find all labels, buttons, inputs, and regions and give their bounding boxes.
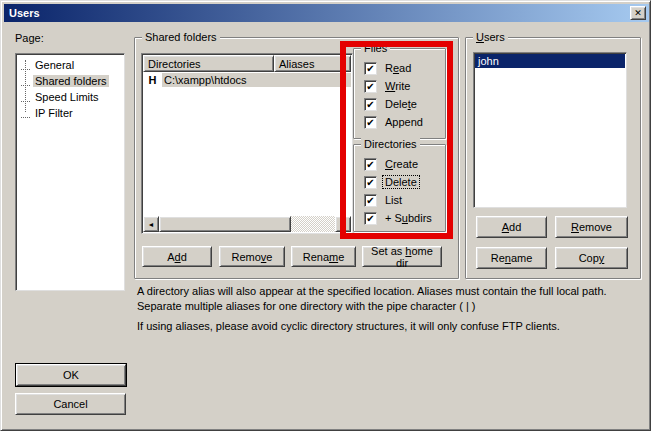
rename-user-button[interactable]: Rename [476, 247, 547, 269]
check-icon: ✔ [366, 99, 374, 110]
checkbox-label: + Subdirs [383, 212, 434, 224]
checkbox-label: Delete [383, 98, 419, 110]
titlebar[interactable]: Users ✕ [4, 4, 649, 22]
sidebar-item-speed-limits[interactable]: Speed Limits [16, 89, 124, 105]
ok-button[interactable]: OK [16, 364, 126, 386]
users-dialog: Users ✕ Page: General Shared folders Spe… [0, 0, 651, 431]
checkbox-label: List [383, 194, 404, 206]
checkbox-label: Delete [383, 176, 419, 188]
column-header-directories[interactable]: Directories [143, 55, 274, 72]
check-icon: ✔ [366, 159, 374, 170]
home-flag: H [143, 74, 162, 86]
checkbox-box[interactable]: ✔ [364, 176, 377, 189]
close-button[interactable]: ✕ [630, 6, 646, 20]
check-icon: ✔ [366, 117, 374, 128]
checkbox-box[interactable]: ✔ [364, 62, 377, 75]
scrollbar-track[interactable] [291, 216, 335, 232]
directories-group-label: Directories [361, 138, 420, 150]
user-list-item[interactable]: john [475, 54, 625, 68]
directories-group: Directories ✔ Create ✔ Delete ✔ List ✔ +… [353, 144, 446, 232]
sidebar-item-ip-filter[interactable]: IP Filter [16, 105, 124, 121]
tree-branch-icon [21, 77, 30, 86]
checkbox-files-write[interactable]: ✔ Write [364, 77, 445, 95]
checkbox-dirs-delete[interactable]: ✔ Delete [364, 173, 445, 191]
cancel-button[interactable]: Cancel [15, 393, 126, 415]
shared-folders-group-label: Shared folders [142, 31, 220, 43]
horizontal-scrollbar[interactable]: ◄ ► [143, 216, 351, 232]
alias-help-text: A directory alias will also appear at th… [137, 284, 645, 314]
tree-branch-icon [21, 61, 30, 70]
sidebar-item-shared-folders[interactable]: Shared folders [16, 73, 124, 89]
checkbox-box[interactable]: ✔ [364, 194, 377, 207]
check-icon: ✔ [366, 63, 374, 74]
column-header-aliases[interactable]: Aliases [274, 55, 351, 72]
scroll-left-icon: ◄ [148, 221, 155, 228]
checkbox-dirs-subdirs[interactable]: ✔ + Subdirs [364, 209, 445, 227]
window-title: Users [9, 7, 40, 19]
close-icon: ✕ [634, 8, 642, 18]
set-as-home-dir-button[interactable]: Set as home dir [362, 246, 442, 267]
checkbox-label: Write [383, 80, 412, 92]
directories-list-header: Directories Aliases [143, 55, 351, 72]
add-directory-button[interactable]: Add [142, 246, 212, 267]
directory-row[interactable]: H C:\xampp\htdocs [143, 72, 351, 87]
check-icon: ✔ [366, 213, 374, 224]
checkbox-label: Create [383, 158, 420, 170]
tree-branch-icon [21, 93, 30, 102]
ok-button-default-ring: OK [15, 363, 127, 387]
check-icon: ✔ [366, 81, 374, 92]
users-list[interactable]: john [473, 52, 627, 208]
checkbox-box[interactable]: ✔ [364, 80, 377, 93]
scroll-right-button[interactable]: ► [335, 216, 351, 232]
remove-directory-button[interactable]: Remove [219, 246, 285, 267]
scroll-right-icon: ► [340, 221, 347, 228]
checkbox-box[interactable]: ✔ [364, 212, 377, 225]
page-tree[interactable]: General Shared folders Speed Limits IP F… [15, 53, 125, 291]
scroll-left-button[interactable]: ◄ [143, 216, 159, 232]
alias-warning-text: If using aliases, please avoid cyclic di… [137, 319, 645, 334]
copy-user-button[interactable]: Copy [555, 247, 628, 269]
checkbox-dirs-list[interactable]: ✔ List [364, 191, 445, 209]
directory-path[interactable]: C:\xampp\htdocs [162, 73, 351, 87]
page-label: Page: [15, 32, 44, 44]
checkbox-label: Read [383, 62, 413, 74]
rename-directory-button[interactable]: Rename [291, 246, 356, 267]
checkbox-box[interactable]: ✔ [364, 116, 377, 129]
sidebar-item-general[interactable]: General [16, 57, 124, 73]
files-group-label: Files [361, 42, 390, 54]
tree-branch-icon [21, 109, 30, 118]
checkbox-box[interactable]: ✔ [364, 98, 377, 111]
files-group: Files ✔ Read ✔ Write ✔ Delete ✔ Append [353, 48, 446, 139]
add-user-button[interactable]: Add [476, 216, 547, 238]
checkbox-files-delete[interactable]: ✔ Delete [364, 95, 445, 113]
checkbox-files-read[interactable]: ✔ Read [364, 59, 445, 77]
check-icon: ✔ [366, 195, 374, 206]
checkbox-files-append[interactable]: ✔ Append [364, 113, 445, 131]
scrollbar-thumb[interactable] [159, 216, 291, 232]
checkbox-box[interactable]: ✔ [364, 158, 377, 171]
users-group-label: Users [473, 31, 508, 43]
check-icon: ✔ [366, 177, 374, 188]
remove-user-button[interactable]: Remove [555, 216, 628, 238]
checkbox-dirs-create[interactable]: ✔ Create [364, 155, 445, 173]
checkbox-label: Append [383, 116, 425, 128]
directories-list[interactable]: Directories Aliases H C:\xampp\htdocs ◄ [141, 53, 353, 234]
